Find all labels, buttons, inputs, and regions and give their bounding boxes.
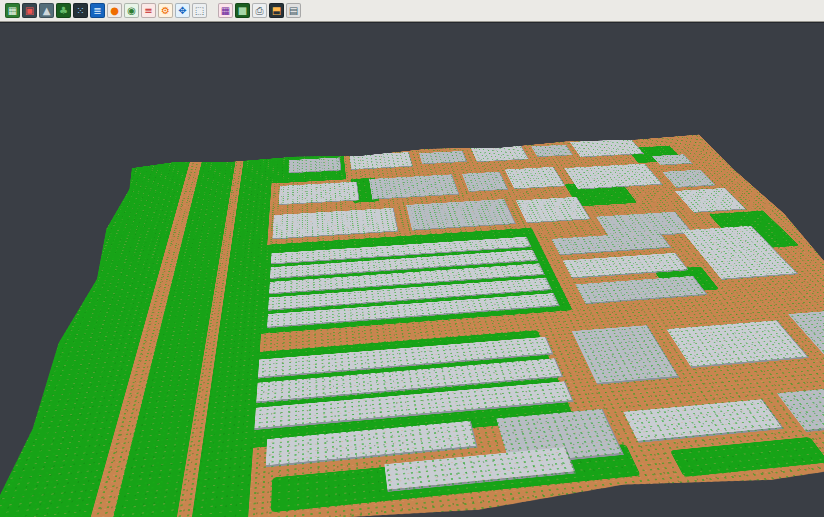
- building-footprint: [462, 172, 508, 192]
- open-map-icon[interactable]: ▦: [5, 3, 20, 18]
- building-footprint: [279, 182, 360, 205]
- building-footprint: [531, 145, 573, 157]
- building-footprint: [666, 320, 809, 368]
- vegetation-patch: [670, 437, 824, 477]
- layers-icon[interactable]: ≣: [90, 3, 105, 18]
- building-footprint: [652, 154, 693, 165]
- toolbar-separator: [209, 3, 216, 18]
- toolbar: ▦▣▲♣⁙≣●◉≡⚙✥⬚▦■⎙⬒▤: [0, 0, 824, 22]
- print-icon[interactable]: ⎙: [252, 3, 267, 18]
- export-icon[interactable]: ⬒: [269, 3, 284, 18]
- terrain-icon[interactable]: ▲: [39, 3, 54, 18]
- settings-icon[interactable]: ⚙: [158, 3, 173, 18]
- building-footprint: [505, 167, 566, 189]
- building-footprint: [349, 152, 413, 170]
- building-footprint: [623, 399, 784, 443]
- building-footprint: [572, 325, 680, 384]
- pointcloud-icon[interactable]: ⁙: [73, 3, 88, 18]
- building-footprint: [471, 145, 529, 162]
- building-footprint: [272, 208, 398, 240]
- class-green-icon[interactable]: ◉: [124, 3, 139, 18]
- class-red-icon[interactable]: ≡: [141, 3, 156, 18]
- class-orange-icon[interactable]: ●: [107, 3, 122, 18]
- vegetation-icon[interactable]: ♣: [56, 3, 71, 18]
- building-footprint: [516, 197, 591, 223]
- grid-icon[interactable]: ▦: [218, 3, 233, 18]
- building-footprint: [575, 276, 707, 304]
- building-footprint: [369, 174, 459, 199]
- building-footprint: [675, 188, 747, 213]
- building-footprint: [406, 199, 516, 231]
- render-icon[interactable]: ■: [235, 3, 250, 18]
- import-tile-icon[interactable]: ▣: [22, 3, 37, 18]
- building-footprint: [419, 151, 467, 164]
- building-footprint: [564, 164, 663, 190]
- pan-icon[interactable]: ✥: [175, 3, 190, 18]
- building-footprint: [662, 170, 716, 188]
- select-region-icon[interactable]: ⬚: [192, 3, 207, 18]
- info-icon[interactable]: ▤: [286, 3, 301, 18]
- building-footprint: [777, 385, 824, 432]
- building-footprint: [551, 232, 671, 256]
- 3d-viewport[interactable]: [0, 23, 824, 517]
- terrain-map: [0, 134, 824, 517]
